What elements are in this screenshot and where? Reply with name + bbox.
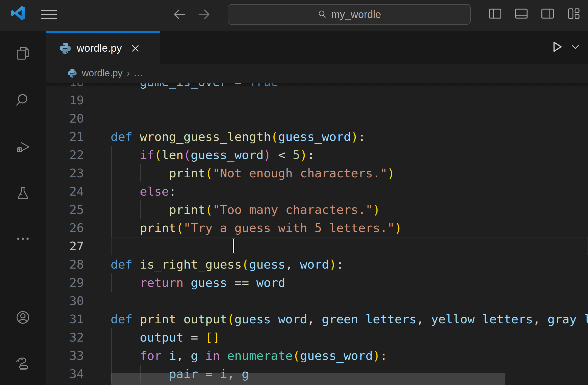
python-file-icon [67,68,77,78]
line-number: 34 [46,365,84,383]
code-line-28[interactable]: 28def is_right_guess(guess, word): [46,255,588,273]
python-file-icon [59,42,72,54]
current-line-highlight [111,237,588,255]
code-line-24[interactable]: 24 else: [46,182,588,200]
run-and-debug-icon[interactable] [15,139,31,155]
line-number: 25 [46,200,84,219]
menu-icon[interactable] [41,10,57,20]
line-number: 19 [46,91,84,109]
code-text: def print_output(guess_word, green_lette… [111,310,588,328]
code-text: game_is_over = True [111,83,278,91]
vscode-logo-icon [11,5,26,21]
breadcrumb-chevron-icon: › [127,68,130,79]
code-line-27[interactable]: 27 [46,237,588,255]
code-line-22[interactable]: 22 if(len(guess_word) < 5): [46,146,588,164]
line-number: 29 [46,273,84,292]
code-line-30[interactable]: 30 [46,292,588,310]
code-text: print("Too many characters.") [111,200,380,219]
horizontal-scrollbar[interactable] [111,373,505,385]
code-text: if(len(guess_word) < 5): [111,146,314,164]
navigate-back-icon[interactable] [172,7,186,22]
breadcrumb-file[interactable]: wordle.py [82,68,122,79]
line-number: 20 [46,109,84,127]
accounts-icon[interactable] [15,309,31,325]
line-number: 28 [46,255,84,273]
line-number: 22 [46,146,84,164]
line-number: 23 [46,164,84,182]
breadcrumb: wordle.py › … [46,64,588,83]
activity-bar [0,31,46,385]
customize-layout-icon[interactable] [567,7,581,21]
line-number: 27 [46,237,84,255]
line-number: 30 [46,292,84,310]
code-lines: 18 game_is_over = True192021def wrong_gu… [46,83,588,383]
code-line-33[interactable]: 33 for i, g in enumerate(guess_word): [46,346,588,365]
code-text: def is_right_guess(guess, word): [111,255,344,273]
line-number: 24 [46,182,84,200]
python-environments-snake-icon[interactable] [15,355,31,371]
code-line-26[interactable]: 26 print("Try a guess with 5 letters.") [46,219,588,237]
toggle-secondary-sidebar-icon[interactable] [541,7,555,21]
code-text: return guess == word [111,273,285,292]
more-views-icon[interactable] [15,231,31,247]
tab-label: wordle.py [77,42,122,54]
editor-group: wordle.py wordle.py › … 18 game_is_over … [46,31,588,385]
breadcrumb-symbol[interactable]: … [133,68,143,79]
line-number: 26 [46,219,84,237]
code-text: for i, g in enumerate(guess_word): [111,346,387,365]
code-text: print("Try a guess with 5 letters.") [111,219,402,237]
search-icon [317,10,327,19]
code-text: def wrong_guess_length(guess_word): [111,127,365,146]
code-line-29[interactable]: 29 return guess == word [46,273,588,292]
toggle-panel-icon[interactable] [514,7,528,21]
testing-icon[interactable] [15,185,31,201]
run-file-icon[interactable] [549,39,564,54]
code-text: output = [] [111,328,220,346]
line-number: 33 [46,346,84,365]
run-options-chevron-icon[interactable] [569,41,581,53]
code-line-23[interactable]: 23 print("Not enough characters.") [46,164,588,182]
tab-bar: wordle.py [46,31,588,64]
navigate-forward-icon[interactable] [197,7,212,22]
editor-actions [549,39,581,54]
title-bar: my_wordle [0,0,588,31]
code-line-21[interactable]: 21def wrong_guess_length(guess_word): [46,127,588,146]
close-icon[interactable] [130,43,140,53]
tab-wordle-py[interactable]: wordle.py [46,31,160,64]
line-number: 31 [46,310,84,328]
code-text: print("Not enough characters.") [111,164,395,182]
code-line-18[interactable]: 18 game_is_over = True [46,83,588,91]
code-line-25[interactable]: 25 print("Too many characters.") [46,200,588,219]
command-center-search[interactable]: my_wordle [228,4,471,25]
explorer-icon[interactable] [15,45,31,61]
code-line-32[interactable]: 32 output = [] [46,328,588,346]
code-line-20[interactable]: 20 [46,109,588,127]
search-value: my_wordle [331,9,381,20]
line-number: 21 [46,127,84,146]
search-icon[interactable] [15,92,31,108]
code-line-31[interactable]: 31def print_output(guess_word, green_let… [46,310,588,328]
code-line-19[interactable]: 19 [46,91,588,109]
line-number: 32 [46,328,84,346]
line-number: 18 [46,83,84,91]
code-viewport: 18 game_is_over = True192021def wrong_gu… [46,83,588,385]
toggle-primary-sidebar-icon[interactable] [488,7,502,21]
code-text: else: [111,182,176,200]
